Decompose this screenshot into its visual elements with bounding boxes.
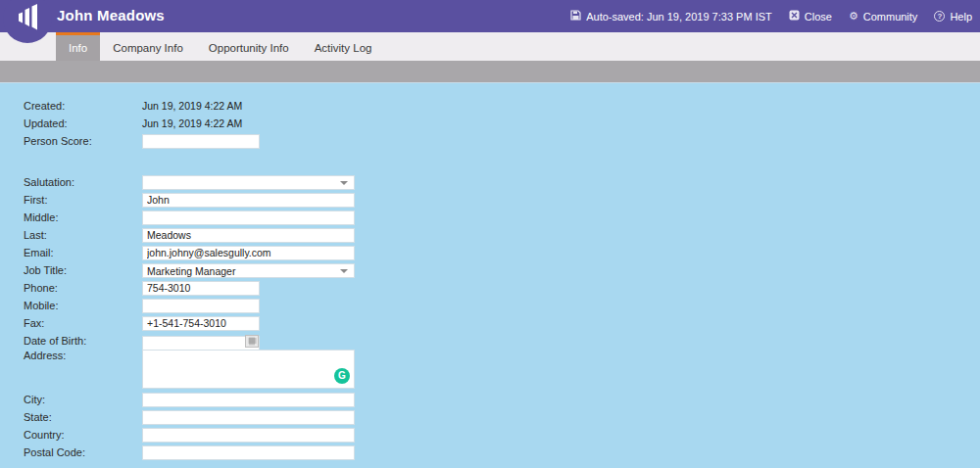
grammarly-icon[interactable]: G: [334, 368, 350, 384]
community-label: Community: [863, 11, 918, 23]
address-textarea[interactable]: [142, 350, 355, 389]
field-row-created: Created: Jun 19, 2019 4:22 AM: [24, 97, 980, 115]
field-label: First:: [24, 194, 142, 206]
chevron-down-icon: [340, 269, 348, 273]
field-row-phone: Phone:: [24, 279, 980, 297]
marketo-logo: [3, 0, 52, 43]
autosave-status: Auto-saved: Jun 19, 2019 7:33 PM IST: [570, 10, 772, 23]
field-label: Salutation:: [24, 176, 142, 188]
gears-icon: ⚙: [849, 11, 858, 22]
field-row-postal-code: Postal Code:: [24, 444, 980, 461]
field-label: Created:: [24, 100, 142, 112]
job-title-value: Marketing Manager: [143, 264, 354, 278]
updated-value: Jun 19, 2019 4:22 AM: [142, 117, 242, 129]
dob-field: [142, 334, 260, 349]
field-row-salutation: Salutation:: [24, 173, 980, 191]
tab-info[interactable]: Info: [56, 32, 100, 61]
postal-code-input[interactable]: [142, 445, 355, 460]
question-circle-icon: ?: [934, 11, 945, 22]
floppy-disk-icon: [570, 10, 581, 23]
tab-opportunity-info[interactable]: Opportunity Info: [196, 32, 302, 61]
autosave-text: Auto-saved: Jun 19, 2019 7:33 PM IST: [586, 11, 772, 23]
field-row-email: Email:: [24, 244, 980, 261]
fax-input[interactable]: [142, 316, 260, 331]
person-score-input[interactable]: [142, 134, 260, 149]
field-label: Last:: [24, 229, 142, 241]
city-input[interactable]: [142, 393, 355, 407]
job-title-select[interactable]: Marketing Manager: [142, 263, 355, 278]
help-button[interactable]: ? Help: [934, 11, 972, 23]
state-input[interactable]: [142, 410, 355, 425]
field-row-last: Last:: [24, 226, 980, 244]
address-field: G: [142, 350, 355, 389]
field-row-middle: Middle:: [24, 209, 980, 226]
close-label: Close: [805, 11, 832, 23]
calendar-icon[interactable]: [245, 335, 259, 348]
dob-input[interactable]: [142, 336, 260, 351]
created-value: Jun 19, 2019 4:22 AM: [142, 100, 242, 112]
tab-company-info[interactable]: Company Info: [100, 32, 196, 61]
middle-name-input[interactable]: [142, 211, 355, 225]
field-row-mobile: Mobile:: [24, 297, 980, 314]
tab-bar: Info Company Info Opportunity Info Activ…: [0, 32, 980, 61]
field-label: Date of Birth:: [24, 335, 142, 347]
field-label: Updated:: [24, 117, 142, 129]
field-label: City:: [24, 394, 142, 405]
field-row-state: State:: [24, 408, 980, 426]
toolbar-strip: [0, 61, 980, 83]
chevron-down-icon: [340, 181, 348, 185]
country-input[interactable]: [142, 428, 355, 443]
field-row-job-title: Job Title: Marketing Manager: [24, 261, 980, 279]
field-row-fax: Fax:: [24, 314, 980, 332]
field-label: Country:: [24, 429, 142, 441]
salutation-select[interactable]: [142, 175, 355, 190]
close-box-icon: [789, 10, 800, 23]
field-row-person-score: Person Score:: [24, 132, 980, 150]
field-row-dob: Date of Birth:: [24, 332, 980, 350]
page-title: John Meadows: [57, 7, 165, 23]
field-label: Job Title:: [24, 264, 142, 276]
field-label: Postal Code:: [24, 446, 142, 458]
field-label: State:: [24, 411, 142, 423]
info-form: Created: Jun 19, 2019 4:22 AM Updated: J…: [0, 84, 980, 468]
field-row-first: First:: [24, 191, 980, 209]
field-label: Phone:: [24, 282, 142, 294]
header-actions: Auto-saved: Jun 19, 2019 7:33 PM IST Clo…: [570, 0, 972, 32]
field-label: Fax:: [24, 317, 142, 329]
mobile-input[interactable]: [142, 299, 260, 313]
field-row-updated: Updated: Jun 19, 2019 4:22 AM: [24, 115, 980, 132]
field-row-city: City:: [24, 391, 980, 408]
field-label: Person Score:: [24, 135, 142, 147]
close-button[interactable]: Close: [789, 10, 832, 23]
header-bar: John Meadows Auto-saved: Jun 19, 2019 7:…: [0, 0, 980, 32]
crm-person-detail-window: John Meadows Auto-saved: Jun 19, 2019 7:…: [0, 0, 980, 468]
field-row-country: Country:: [24, 426, 980, 444]
field-row-address: Address: G: [24, 350, 980, 391]
email-input[interactable]: [142, 246, 355, 260]
help-label: Help: [950, 11, 972, 23]
phone-input[interactable]: [142, 281, 260, 296]
section-gap: [24, 150, 980, 173]
community-button[interactable]: ⚙ Community: [849, 11, 918, 23]
last-name-input[interactable]: [142, 228, 355, 243]
tab-activity-log[interactable]: Activity Log: [302, 32, 385, 61]
field-label: Email:: [24, 247, 142, 258]
field-label: Middle:: [24, 211, 142, 223]
first-name-input[interactable]: [142, 193, 355, 208]
field-label: Address:: [24, 350, 142, 361]
field-label: Mobile:: [24, 300, 142, 311]
